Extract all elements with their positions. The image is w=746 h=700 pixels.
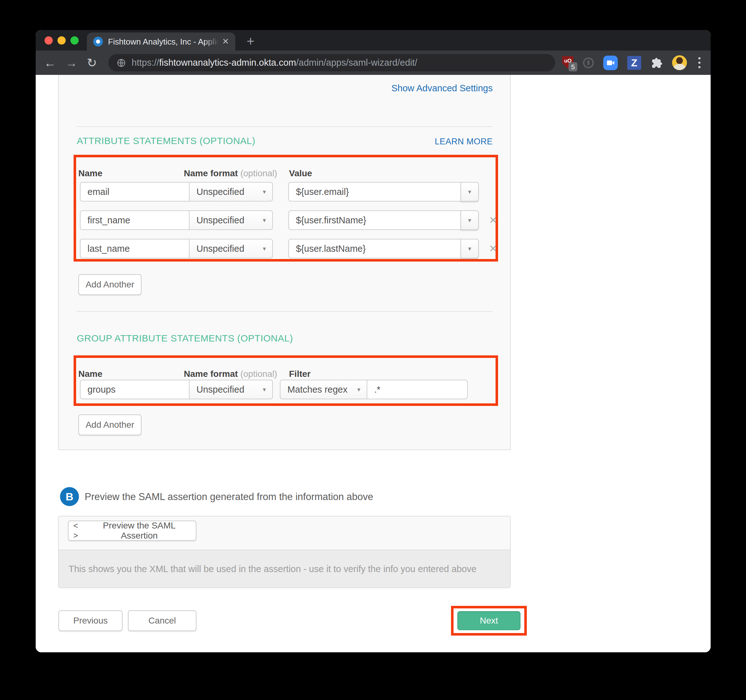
- close-tab-icon[interactable]: ✕: [222, 37, 229, 47]
- tab-strip: Fishtown Analytics, Inc - Applic ✕ +: [36, 30, 711, 51]
- zoom-window-button[interactable]: [71, 36, 79, 45]
- value-dropdown-button[interactable]: ▾: [460, 239, 479, 258]
- ublock-extension-icon[interactable]: uO 5: [562, 56, 573, 69]
- section-divider: [77, 311, 493, 312]
- minimize-window-button[interactable]: [57, 36, 66, 45]
- browser-window: Fishtown Analytics, Inc - Applic ✕ + ← →…: [36, 30, 711, 652]
- code-brackets-icon: < >: [71, 521, 80, 540]
- column-header-name: Name: [78, 369, 102, 379]
- okta-favicon-icon: [93, 37, 103, 47]
- chevron-down-icon: ▾: [263, 188, 266, 196]
- url-path: /admin/apps/saml-wizard/edit/: [296, 57, 417, 68]
- attribute-value-combobox: ▾: [288, 239, 479, 258]
- group-name-input[interactable]: [80, 380, 190, 399]
- attribute-row: Unspecified ▾ ▾ ✕: [80, 239, 498, 258]
- chevron-down-icon: ▾: [357, 386, 360, 393]
- attribute-value-combobox: ▾: [288, 211, 479, 230]
- tab-okta-admin[interactable]: Fishtown Analytics, Inc - Applic ✕: [87, 33, 235, 51]
- z-extension-icon[interactable]: Z: [627, 56, 641, 70]
- column-header-name: Name: [78, 169, 102, 179]
- value-dropdown-button[interactable]: ▾: [460, 211, 479, 230]
- add-another-attribute-button[interactable]: Add Another: [78, 274, 141, 295]
- avatar-head: [676, 57, 683, 64]
- remove-row-icon[interactable]: ✕: [489, 242, 498, 254]
- tab-title: Fishtown Analytics, Inc - Applic: [108, 37, 219, 47]
- okta-saml-wizard-page: Show Advanced Settings ATTRIBUTE STATEME…: [36, 75, 711, 652]
- attribute-name-input[interactable]: [80, 182, 190, 202]
- filter-value-input[interactable]: [367, 380, 468, 399]
- value-dropdown-button[interactable]: ▾: [460, 182, 479, 202]
- preview-saml-assertion-button[interactable]: < > Preview the SAML Assertion: [68, 521, 197, 541]
- column-header-name-format: Name format (optional): [184, 369, 277, 379]
- group-attribute-statements-heading: GROUP ATTRIBUTE STATEMENTS (OPTIONAL): [77, 333, 293, 344]
- learn-more-link[interactable]: LEARN MORE: [435, 137, 493, 147]
- attribute-value-input[interactable]: [288, 182, 461, 202]
- chevron-down-icon: ▾: [468, 188, 471, 196]
- column-header-filter: Filter: [289, 369, 310, 379]
- filter-type-select[interactable]: Matches regex ▾: [280, 380, 367, 399]
- chevron-down-icon: ▾: [263, 245, 266, 252]
- remove-row-icon[interactable]: ✕: [489, 214, 498, 226]
- group-attribute-row: Unspecified ▾ Matches regex ▾: [80, 380, 468, 399]
- attribute-statements-heading: ATTRIBUTE STATEMENTS (OPTIONAL): [77, 135, 256, 146]
- close-window-button[interactable]: [45, 36, 53, 45]
- attribute-name-input[interactable]: [80, 211, 190, 230]
- chevron-down-icon: ▾: [468, 217, 471, 224]
- section-divider: [77, 126, 493, 127]
- attribute-row: Unspecified ▾ ▾: [80, 182, 479, 202]
- preview-assertion-card: < > Preview the SAML Assertion This show…: [58, 516, 511, 588]
- attribute-value-combobox: ▾: [288, 182, 479, 202]
- avatar-body: [674, 64, 685, 70]
- chevron-down-icon: ▾: [468, 245, 471, 252]
- address-bar[interactable]: https://fishtownanalytics-admin.okta.com…: [108, 54, 555, 71]
- next-button[interactable]: Next: [457, 611, 520, 630]
- video-camera-extension-icon[interactable]: [603, 56, 618, 70]
- extensions-puzzle-icon[interactable]: [651, 57, 663, 69]
- step-b-title: Preview the SAML assertion generated fro…: [85, 491, 373, 503]
- preview-note-panel: This shows you the XML that will be used…: [59, 549, 510, 587]
- password-manager-extension-icon[interactable]: [583, 57, 594, 68]
- url-host: fishtownanalytics-admin.okta.com: [159, 57, 296, 68]
- name-format-select[interactable]: Unspecified ▾: [189, 380, 273, 399]
- chevron-down-icon: ▾: [263, 217, 266, 224]
- url-scheme: https://: [132, 57, 159, 68]
- tab-title-wrap: Fishtown Analytics, Inc - Applic: [108, 36, 219, 47]
- show-advanced-settings-link[interactable]: Show Advanced Settings: [391, 83, 493, 93]
- column-header-value: Value: [289, 169, 312, 179]
- globe-icon: [117, 58, 126, 68]
- attribute-value-input[interactable]: [288, 239, 461, 258]
- name-format-select[interactable]: Unspecified ▾: [189, 211, 273, 230]
- cancel-button[interactable]: Cancel: [128, 610, 197, 631]
- chevron-down-icon: ▾: [263, 386, 266, 393]
- ublock-badge: 5: [569, 62, 578, 71]
- step-b-badge: B: [60, 487, 79, 506]
- browser-menu-icon[interactable]: [696, 57, 702, 68]
- attribute-name-input[interactable]: [80, 239, 190, 258]
- name-format-select[interactable]: Unspecified ▾: [189, 239, 273, 258]
- attribute-value-input[interactable]: [288, 211, 461, 230]
- back-icon[interactable]: ←: [44, 57, 56, 69]
- extension-icons: uO 5 Z: [562, 55, 702, 70]
- profile-avatar[interactable]: [672, 55, 687, 70]
- new-tab-button[interactable]: +: [247, 34, 254, 49]
- previous-button[interactable]: Previous: [59, 610, 123, 631]
- preview-note: This shows you the XML that will be used…: [69, 564, 477, 574]
- add-another-group-attribute-button[interactable]: Add Another: [78, 414, 141, 435]
- forward-icon[interactable]: →: [65, 57, 77, 69]
- attribute-row: Unspecified ▾ ▾ ✕: [80, 211, 498, 230]
- traffic-lights: [45, 36, 79, 45]
- name-format-select[interactable]: Unspecified ▾: [189, 182, 273, 202]
- column-header-name-format: Name format (optional): [184, 169, 277, 179]
- reload-icon[interactable]: ↻: [87, 57, 97, 69]
- browser-toolbar: ← → ↻ https://fishtownanalytics-admin.ok…: [36, 51, 711, 75]
